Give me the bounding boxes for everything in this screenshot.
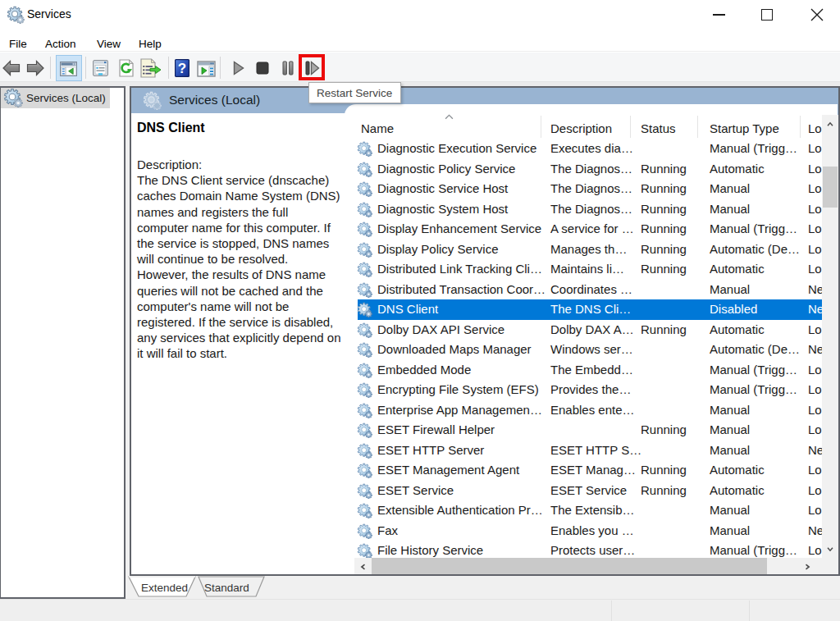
svg-text:?: ? [178, 61, 186, 76]
